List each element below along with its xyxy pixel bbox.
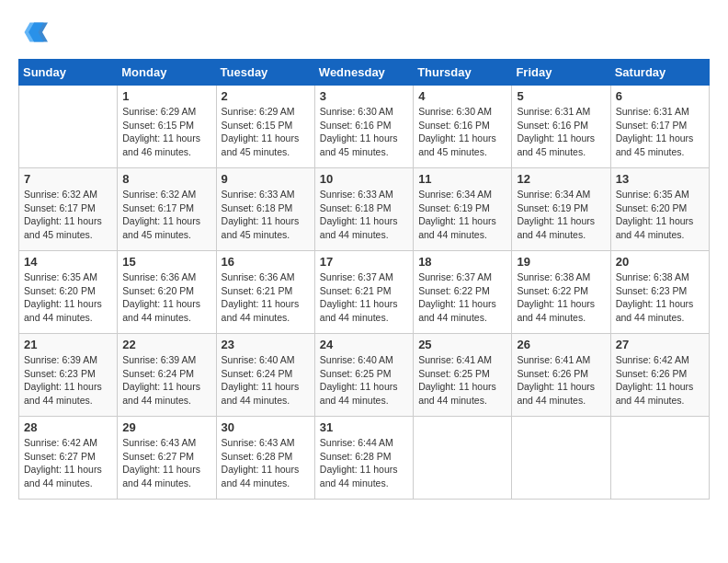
header-thursday: Thursday [414,60,512,86]
week-row-5: 28Sunrise: 6:42 AMSunset: 6:27 PMDayligh… [19,417,710,500]
calendar-cell: 31Sunrise: 6:44 AMSunset: 6:28 PMDayligh… [314,417,413,500]
day-info: Sunrise: 6:33 AMSunset: 6:18 PMDaylight:… [222,188,310,242]
calendar-cell: 15Sunrise: 6:36 AMSunset: 6:20 PMDayligh… [118,251,216,334]
calendar-cell: 9Sunrise: 6:33 AMSunset: 6:18 PMDaylight… [216,168,314,251]
day-number: 23 [222,338,310,351]
day-number: 8 [122,172,210,186]
day-number: 11 [418,172,506,186]
week-row-3: 14Sunrise: 6:35 AMSunset: 6:20 PMDayligh… [19,251,710,334]
day-info: Sunrise: 6:43 AMSunset: 6:27 PMDaylight:… [122,436,210,490]
day-info: Sunrise: 6:31 AMSunset: 6:16 PMDaylight:… [517,105,605,159]
page-header [18,18,710,50]
calendar-header: SundayMondayTuesdayWednesdayThursdayFrid… [19,60,710,86]
calendar-cell: 24Sunrise: 6:40 AMSunset: 6:25 PMDayligh… [314,334,413,417]
calendar-cell: 30Sunrise: 6:43 AMSunset: 6:28 PMDayligh… [216,417,314,500]
day-info: Sunrise: 6:34 AMSunset: 6:19 PMDaylight:… [418,188,506,242]
day-number: 22 [122,338,210,351]
logo [18,18,48,50]
day-info: Sunrise: 6:29 AMSunset: 6:15 PMDaylight:… [122,105,210,159]
day-number: 1 [122,89,210,103]
calendar-cell: 19Sunrise: 6:38 AMSunset: 6:22 PMDayligh… [512,251,610,334]
header-tuesday: Tuesday [216,60,314,86]
calendar-cell [414,417,512,500]
day-info: Sunrise: 6:39 AMSunset: 6:23 PMDaylight:… [24,353,112,408]
calendar-cell: 18Sunrise: 6:37 AMSunset: 6:22 PMDayligh… [414,251,512,334]
calendar-cell: 22Sunrise: 6:39 AMSunset: 6:24 PMDayligh… [118,334,216,417]
calendar-cell: 21Sunrise: 6:39 AMSunset: 6:23 PMDayligh… [19,334,118,417]
calendar-cell: 7Sunrise: 6:32 AMSunset: 6:17 PMDaylight… [19,168,118,251]
calendar-cell: 26Sunrise: 6:41 AMSunset: 6:26 PMDayligh… [512,334,610,417]
day-info: Sunrise: 6:32 AMSunset: 6:17 PMDaylight:… [122,188,210,242]
day-number: 16 [222,255,310,269]
day-number: 5 [517,89,605,103]
day-number: 25 [418,338,506,351]
day-number: 18 [418,255,506,269]
day-info: Sunrise: 6:44 AMSunset: 6:28 PMDaylight:… [320,436,408,490]
logo-icon [20,18,48,46]
week-row-2: 7Sunrise: 6:32 AMSunset: 6:17 PMDaylight… [19,168,710,251]
calendar-cell: 4Sunrise: 6:30 AMSunset: 6:16 PMDaylight… [414,86,512,168]
day-number: 24 [320,338,408,351]
calendar-cell [610,417,709,500]
day-info: Sunrise: 6:31 AMSunset: 6:17 PMDaylight:… [616,105,704,159]
day-number: 30 [222,420,310,434]
header-wednesday: Wednesday [314,60,413,86]
calendar-cell: 12Sunrise: 6:34 AMSunset: 6:19 PMDayligh… [512,168,610,251]
day-number: 31 [320,420,408,434]
day-info: Sunrise: 6:36 AMSunset: 6:20 PMDaylight:… [122,270,210,325]
calendar-cell: 14Sunrise: 6:35 AMSunset: 6:20 PMDayligh… [19,251,118,334]
calendar-body: 1Sunrise: 6:29 AMSunset: 6:15 PMDaylight… [19,86,710,500]
day-info: Sunrise: 6:41 AMSunset: 6:25 PMDaylight:… [418,353,506,408]
header-friday: Friday [512,60,610,86]
day-number: 7 [24,172,112,186]
day-info: Sunrise: 6:32 AMSunset: 6:17 PMDaylight:… [24,188,112,242]
day-info: Sunrise: 6:35 AMSunset: 6:20 PMDaylight:… [24,270,112,325]
day-number: 12 [517,172,605,186]
day-number: 21 [24,338,112,351]
calendar-cell: 27Sunrise: 6:42 AMSunset: 6:26 PMDayligh… [610,334,709,417]
day-number: 17 [320,255,408,269]
calendar-cell: 17Sunrise: 6:37 AMSunset: 6:21 PMDayligh… [314,251,413,334]
day-info: Sunrise: 6:36 AMSunset: 6:21 PMDaylight:… [222,270,310,325]
day-number: 3 [320,89,408,103]
day-number: 19 [517,255,605,269]
day-info: Sunrise: 6:38 AMSunset: 6:22 PMDaylight:… [517,270,605,325]
day-number: 28 [24,420,112,434]
day-info: Sunrise: 6:43 AMSunset: 6:28 PMDaylight:… [222,436,310,490]
calendar-cell: 5Sunrise: 6:31 AMSunset: 6:16 PMDaylight… [512,86,610,168]
calendar-cell: 29Sunrise: 6:43 AMSunset: 6:27 PMDayligh… [118,417,216,500]
day-number: 26 [517,338,605,351]
day-number: 13 [616,172,704,186]
day-info: Sunrise: 6:42 AMSunset: 6:26 PMDaylight:… [616,353,704,408]
calendar-cell [19,86,118,168]
day-info: Sunrise: 6:42 AMSunset: 6:27 PMDaylight:… [24,436,112,490]
day-info: Sunrise: 6:35 AMSunset: 6:20 PMDaylight:… [616,188,704,242]
calendar-cell: 11Sunrise: 6:34 AMSunset: 6:19 PMDayligh… [414,168,512,251]
calendar-cell: 1Sunrise: 6:29 AMSunset: 6:15 PMDaylight… [118,86,216,168]
calendar-cell: 16Sunrise: 6:36 AMSunset: 6:21 PMDayligh… [216,251,314,334]
calendar-cell [512,417,610,500]
day-info: Sunrise: 6:37 AMSunset: 6:22 PMDaylight:… [418,270,506,325]
day-number: 4 [418,89,506,103]
calendar-cell: 13Sunrise: 6:35 AMSunset: 6:20 PMDayligh… [610,168,709,251]
day-info: Sunrise: 6:30 AMSunset: 6:16 PMDaylight:… [320,105,408,159]
day-info: Sunrise: 6:34 AMSunset: 6:19 PMDaylight:… [517,188,605,242]
calendar-cell: 6Sunrise: 6:31 AMSunset: 6:17 PMDaylight… [610,86,709,168]
calendar-cell: 8Sunrise: 6:32 AMSunset: 6:17 PMDaylight… [118,168,216,251]
calendar-cell: 3Sunrise: 6:30 AMSunset: 6:16 PMDaylight… [314,86,413,168]
day-number: 6 [616,89,704,103]
header-saturday: Saturday [610,60,709,86]
day-info: Sunrise: 6:38 AMSunset: 6:23 PMDaylight:… [616,270,704,325]
header-monday: Monday [118,60,216,86]
day-number: 2 [222,89,310,103]
calendar-table: SundayMondayTuesdayWednesdayThursdayFrid… [18,59,710,500]
day-number: 27 [616,338,704,351]
day-number: 14 [24,255,112,269]
header-row: SundayMondayTuesdayWednesdayThursdayFrid… [19,60,710,86]
calendar-cell: 28Sunrise: 6:42 AMSunset: 6:27 PMDayligh… [19,417,118,500]
day-info: Sunrise: 6:41 AMSunset: 6:26 PMDaylight:… [517,353,605,408]
day-info: Sunrise: 6:33 AMSunset: 6:18 PMDaylight:… [320,188,408,242]
calendar-cell: 23Sunrise: 6:40 AMSunset: 6:24 PMDayligh… [216,334,314,417]
day-number: 9 [222,172,310,186]
calendar-cell: 20Sunrise: 6:38 AMSunset: 6:23 PMDayligh… [610,251,709,334]
